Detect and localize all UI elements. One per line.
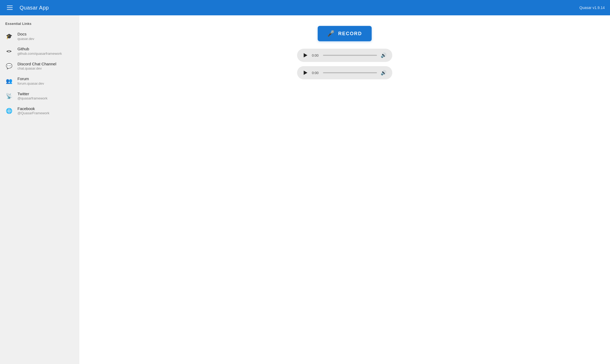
microphone-icon: 🎤 <box>327 30 335 37</box>
app-version: Quasar v1.9.14 <box>579 6 605 10</box>
progress-bar-1[interactable] <box>323 55 377 56</box>
rss-icon: 📡 <box>5 92 13 100</box>
play-triangle-icon <box>304 71 307 75</box>
sidebar-items: 🎓Docsquasar.dev<>Githubgithub.com/quasar… <box>0 29 79 118</box>
record-button-label: RECORD <box>338 31 362 37</box>
forum-icon: 👥 <box>5 77 13 85</box>
progress-bar-2[interactable] <box>323 72 377 73</box>
play-triangle-icon <box>304 53 307 57</box>
app-header: Quasar App Quasar v1.9.14 <box>0 0 610 15</box>
sidebar-item-forum-sublabel: forum.quasar.dev <box>17 81 44 86</box>
volume-icon-1[interactable]: 🔊 <box>381 52 386 58</box>
play-button-1[interactable] <box>303 53 308 58</box>
time-display-1: 0:00 <box>312 53 319 57</box>
sidebar-item-docs-sublabel: quasar.dev <box>17 37 34 41</box>
sidebar-item-twitter[interactable]: 📡Twitter@quasarframework <box>0 89 79 103</box>
sidebar-item-forum-label: Forum <box>17 76 44 81</box>
menu-button[interactable] <box>5 4 14 11</box>
volume-icon-2[interactable]: 🔊 <box>381 70 386 76</box>
audio-player-1: 0:00 🔊 <box>297 49 392 62</box>
app-title: Quasar App <box>20 5 49 11</box>
sidebar-item-docs[interactable]: 🎓Docsquasar.dev <box>0 29 79 44</box>
sidebar-item-facebook-label: Facebook <box>17 106 49 111</box>
main-content: 🎤 RECORD 0:00 🔊 0:00 🔊 <box>79 15 610 364</box>
chat-icon: 💬 <box>5 62 13 70</box>
sidebar-item-twitter-sublabel: @quasarframework <box>17 96 48 101</box>
audio-players: 0:00 🔊 0:00 🔊 <box>297 49 392 84</box>
school-icon: 🎓 <box>5 33 13 40</box>
sidebar-item-github-label: Github <box>17 46 62 52</box>
header-left: Quasar App <box>5 4 49 11</box>
sidebar-item-twitter-label: Twitter <box>17 91 48 97</box>
sidebar-item-discord[interactable]: 💬Discord Chat Channelchat.quasar.dev <box>0 59 79 74</box>
sidebar-item-forum[interactable]: 👥Forumforum.quasar.dev <box>0 74 79 88</box>
code-icon: <> <box>5 48 13 55</box>
sidebar-item-github-sublabel: github.com/quasarframework <box>17 52 62 56</box>
sidebar-item-facebook-sublabel: @QuasarFramework <box>17 111 49 116</box>
globe-icon: 🌐 <box>5 107 13 115</box>
play-button-2[interactable] <box>303 70 308 75</box>
record-button[interactable]: 🎤 RECORD <box>318 26 371 41</box>
layout: Essential Links 🎓Docsquasar.dev<>Githubg… <box>0 15 610 364</box>
sidebar-title: Essential Links <box>0 20 79 29</box>
sidebar-item-facebook[interactable]: 🌐Facebook@QuasarFramework <box>0 103 79 118</box>
sidebar-item-github[interactable]: <>Githubgithub.com/quasarframework <box>0 44 79 58</box>
sidebar-item-discord-sublabel: chat.quasar.dev <box>17 66 56 71</box>
time-display-2: 0:00 <box>312 71 319 75</box>
sidebar-item-docs-label: Docs <box>17 31 34 37</box>
audio-player-2: 0:00 🔊 <box>297 66 392 79</box>
sidebar: Essential Links 🎓Docsquasar.dev<>Githubg… <box>0 15 79 364</box>
sidebar-item-discord-label: Discord Chat Channel <box>17 61 56 67</box>
